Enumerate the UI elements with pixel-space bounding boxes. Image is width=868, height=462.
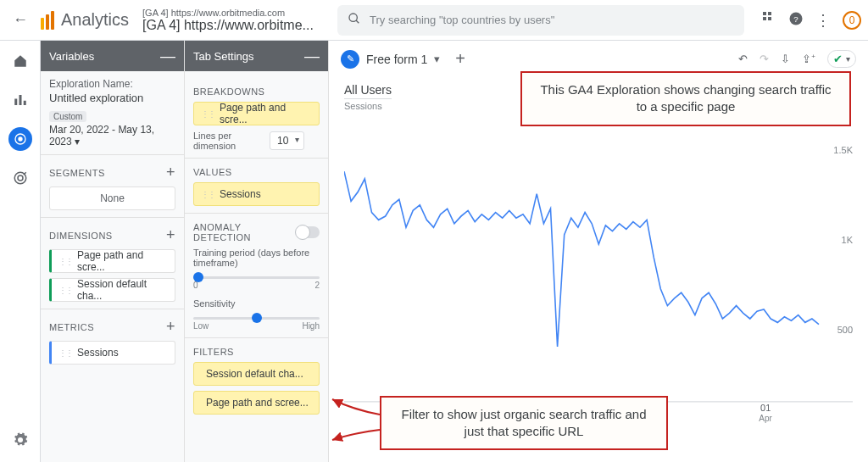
analytics-logo bbox=[41, 11, 54, 30]
breakdowns-title: BREAKDOWNS bbox=[193, 86, 320, 97]
dimensions-title: DIMENSIONS bbox=[49, 231, 113, 241]
filters-title: FILTERS bbox=[193, 347, 320, 357]
svg-rect-8 bbox=[14, 99, 17, 106]
back-button[interactable]: ← bbox=[7, 11, 34, 29]
svg-rect-4 bbox=[763, 17, 766, 20]
property-line2: [GA 4] https://www.orbitme... bbox=[142, 18, 337, 33]
exploration-name-label: Exploration Name: bbox=[49, 78, 175, 90]
filter-page-path[interactable]: Page path and scree... bbox=[193, 391, 320, 415]
svg-line-1 bbox=[356, 20, 359, 23]
help-icon[interactable]: ? bbox=[788, 11, 804, 29]
svg-rect-2 bbox=[763, 12, 766, 15]
date-range-badge: Custom bbox=[49, 111, 86, 122]
date-range[interactable]: Mar 20, 2022 - May 13, 2023 ▾ bbox=[49, 124, 175, 148]
sensitivity-label: Sensitivity bbox=[193, 298, 320, 309]
exploration-name-value[interactable]: Untitled exploration bbox=[49, 92, 175, 104]
svg-text:?: ? bbox=[793, 14, 798, 24]
apps-icon[interactable] bbox=[763, 12, 776, 28]
anomaly-title: ANOMALY DETECTION bbox=[193, 222, 296, 242]
variables-title: Variables bbox=[49, 50, 94, 63]
advertising-icon[interactable] bbox=[8, 166, 32, 190]
sensitivity-slider[interactable] bbox=[193, 317, 320, 320]
dimension-page-path[interactable]: ⋮⋮Page path and scre... bbox=[49, 249, 175, 273]
annotation-2: Filter to show just organic search traff… bbox=[380, 396, 668, 451]
tab-name[interactable]: Free form 1 bbox=[366, 53, 427, 66]
annotation-1: This GA4 Exploration shows changing sear… bbox=[520, 71, 851, 126]
search-icon bbox=[348, 12, 361, 28]
segment-label: All Users bbox=[344, 83, 392, 99]
y-tick: 1K bbox=[842, 235, 853, 245]
edit-tab-icon[interactable]: ✎ bbox=[341, 50, 359, 69]
values-chip[interactable]: ⋮⋮Sessions bbox=[193, 182, 320, 206]
metric-sessions[interactable]: ⋮⋮Sessions bbox=[49, 341, 175, 365]
svg-point-14 bbox=[18, 175, 23, 181]
add-tab-icon[interactable]: + bbox=[455, 49, 465, 69]
segment-none[interactable]: None bbox=[49, 186, 175, 210]
dimension-session-channel[interactable]: ⋮⋮Session default cha... bbox=[49, 278, 175, 302]
y-tick: 500 bbox=[837, 325, 853, 335]
metrics-title: METRICS bbox=[49, 322, 94, 332]
reports-icon[interactable] bbox=[8, 88, 32, 112]
y-tick: 1.5K bbox=[833, 145, 853, 155]
property-line1: [GA 4] https://www.orbitmedia.com bbox=[142, 8, 337, 18]
share-icon[interactable]: ⇪+ bbox=[802, 53, 815, 65]
variables-header: Variables — bbox=[41, 41, 184, 71]
redo-icon[interactable]: ↷ bbox=[760, 53, 769, 65]
line-chart: 1.5K 1K 500 bbox=[344, 123, 853, 403]
explore-icon[interactable] bbox=[8, 127, 32, 151]
admin-gear-icon[interactable] bbox=[8, 428, 32, 452]
svg-rect-3 bbox=[768, 12, 771, 15]
add-dimension-icon[interactable]: + bbox=[166, 226, 175, 244]
svg-point-0 bbox=[349, 14, 357, 21]
notification-badge[interactable]: 0 bbox=[843, 11, 861, 30]
undo-icon[interactable]: ↶ bbox=[738, 53, 748, 65]
status-pill[interactable]: ✔▾ bbox=[827, 50, 856, 68]
download-icon[interactable]: ⇩ bbox=[781, 53, 790, 65]
home-icon[interactable] bbox=[8, 49, 32, 73]
lines-per-dim-select[interactable]: 10 bbox=[270, 131, 304, 150]
more-icon[interactable]: ⋮ bbox=[815, 11, 831, 30]
svg-point-12 bbox=[19, 137, 22, 141]
add-segment-icon[interactable]: + bbox=[166, 164, 175, 181]
search-box[interactable]: Try searching "top countries by users" bbox=[337, 5, 744, 36]
lines-per-dim-label: Lines per dimension bbox=[193, 131, 261, 151]
add-metric-icon[interactable]: + bbox=[166, 318, 175, 336]
anomaly-toggle[interactable] bbox=[296, 226, 320, 238]
brand-label: Analytics bbox=[61, 10, 129, 30]
tab-settings-header: Tab Settings — bbox=[185, 41, 328, 71]
svg-rect-10 bbox=[23, 101, 25, 105]
search-placeholder: Try searching "top countries by users" bbox=[370, 14, 554, 26]
tab-dropdown-icon[interactable]: ▾ bbox=[434, 53, 440, 65]
svg-rect-5 bbox=[768, 17, 771, 20]
training-label: Training period (days before timeframe) bbox=[193, 248, 320, 268]
minimize-variables-icon[interactable]: — bbox=[160, 52, 175, 60]
property-selector[interactable]: [GA 4] https://www.orbitmedia.com [GA 4]… bbox=[142, 8, 337, 33]
tab-settings-title: Tab Settings bbox=[193, 50, 254, 63]
breakdown-chip[interactable]: ⋮⋮Page path and scre... bbox=[193, 102, 320, 125]
minimize-settings-icon[interactable]: — bbox=[304, 52, 320, 60]
svg-rect-9 bbox=[19, 95, 21, 105]
segments-title: SEGMENTS bbox=[49, 168, 105, 178]
training-slider[interactable] bbox=[193, 276, 320, 279]
values-title: VALUES bbox=[193, 167, 320, 177]
filter-session-channel[interactable]: Session default cha... bbox=[193, 362, 320, 386]
